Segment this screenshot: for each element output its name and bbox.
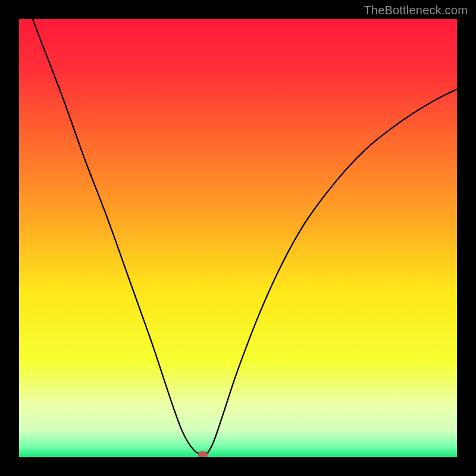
right-curve [207,89,457,453]
plot-area [19,19,457,457]
curve-layer [19,19,457,457]
minimum-marker [198,451,208,457]
left-curve [28,19,199,453]
attribution-text: TheBottleneck.com [364,4,468,17]
chart-stage: TheBottleneck.com [0,0,476,476]
